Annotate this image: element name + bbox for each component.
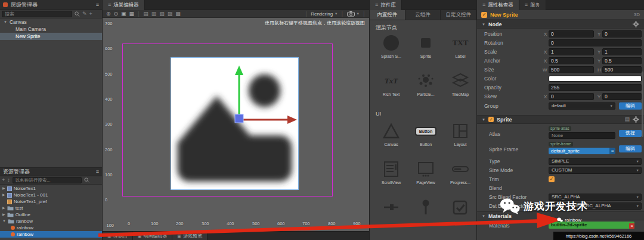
atlas-value-field[interactable]: None (549, 132, 615, 139)
sprite-frame-edit-button[interactable]: 编辑 (619, 145, 642, 152)
position-y-input[interactable] (602, 30, 642, 38)
inspector-scrollbar[interactable] (642, 71, 643, 137)
tab-custom-controls[interactable]: 自定义控件 (441, 10, 476, 20)
caret-right-icon[interactable]: ▶ (2, 205, 5, 211)
anchor-x-input[interactable] (549, 57, 594, 64)
zoom-in-icon[interactable]: ⊕ (106, 11, 111, 17)
edit-node-icon[interactable]: ✎ (82, 11, 87, 17)
library-tab[interactable]: ≡ 控件库 (370, 0, 402, 10)
hierarchy-item-main-camera[interactable]: Main Camera (0, 26, 102, 33)
scene-tab[interactable]: ≡ 场景编辑器 (103, 0, 145, 10)
scale-x-input[interactable] (549, 48, 594, 55)
align-right-icon[interactable]: ▧ (159, 11, 165, 17)
caret-down-icon[interactable]: ▼ (482, 23, 485, 26)
tab-console[interactable]: ▣ 控制台 (103, 232, 133, 240)
gear-icon[interactable] (633, 21, 639, 27)
dst-blend-dropdown[interactable]: ONE_MINUS_SRC_ALPHA ▼ (549, 202, 642, 210)
scene-viewport[interactable]: 使用鼠标右键平移视图焦点，使用滚轮缩放视图 700 600 500 400 30… (103, 18, 370, 231)
camera-dropdown[interactable]: ▼ (347, 11, 360, 17)
component-menu-icon[interactable]: ▤ (624, 117, 630, 122)
rendering-dropdown[interactable]: Rendering ▼ (311, 11, 338, 17)
library-item-button[interactable]: Button Button (409, 120, 442, 147)
library-item-richtext[interactable]: TxT Rich Text (374, 70, 408, 96)
caret-down-icon[interactable]: ▼ (4, 18, 7, 26)
size-w-input[interactable] (549, 66, 594, 73)
grid-toggle-icon[interactable]: ▦ (129, 11, 135, 17)
asset-item-noisetex1-pref[interactable]: NoiseTex1_pref (0, 198, 102, 205)
align-bottom-icon[interactable]: ▩ (175, 11, 181, 17)
materials-clear-icon[interactable]: × (629, 223, 634, 229)
skew-x-input[interactable] (549, 93, 594, 100)
asset-item-test-folder[interactable]: ▶ test (0, 205, 102, 211)
library-item-canvas[interactable]: Canvas (374, 120, 408, 147)
inspector-tab[interactable]: ≡ 属性检查器 (477, 0, 519, 10)
mode-3d-toggle[interactable]: 3D (634, 12, 640, 17)
hierarchy-item-canvas[interactable]: ▼ Canvas (0, 18, 102, 26)
size-mode-dropdown[interactable]: CUSTOM ▼ (549, 167, 642, 174)
caret-down-icon[interactable]: ▼ (482, 118, 485, 121)
asset-item-noisetex1[interactable]: ▶ NoiseTex1 (0, 185, 102, 192)
hierarchy-item-new-sprite[interactable]: New Sprite (0, 33, 102, 40)
sprite-frame-value-field[interactable]: default_sprite (549, 148, 609, 154)
search-icon[interactable] (75, 11, 80, 17)
atlas-select-button[interactable]: 选择 (619, 130, 642, 137)
group-edit-button[interactable]: 编辑 (619, 102, 642, 110)
node-active-checkbox[interactable]: ✓ (481, 12, 487, 18)
color-swatch[interactable] (549, 76, 642, 82)
library-item-particle[interactable]: Particle... (409, 70, 442, 96)
library-item-layout[interactable]: Layout (444, 120, 477, 147)
materials-section-header[interactable]: ▼ Materials (477, 211, 644, 220)
align-center-icon[interactable]: ▥ (151, 11, 157, 17)
tab-builtin-controls[interactable]: 内置控件 (370, 10, 405, 20)
caret-right-icon[interactable]: ▶ (2, 192, 5, 198)
rotation-input[interactable] (549, 39, 642, 46)
caret-down-icon[interactable]: ▼ (2, 218, 6, 225)
hierarchy-menu-icon[interactable]: ≡ (96, 2, 99, 8)
zoom-out-icon[interactable]: ⊖ (114, 11, 119, 17)
size-h-input[interactable] (602, 66, 642, 73)
asset-item-rainbow-folder[interactable]: ▼ rainbow (0, 218, 102, 225)
move-gizmo[interactable] (103, 18, 370, 231)
services-tab[interactable]: ≡ 服务 (519, 0, 546, 10)
tab-cloud-components[interactable]: 云组件 (405, 10, 441, 20)
library-item-checkbox[interactable] (444, 197, 477, 218)
add-asset-icon[interactable]: + (2, 177, 5, 183)
align-top-icon[interactable]: ▨ (168, 11, 173, 17)
library-item-sprite[interactable]: Sprite (409, 32, 442, 58)
opacity-input[interactable] (549, 84, 642, 91)
library-item-splash[interactable]: Splash S... (374, 32, 408, 58)
caret-down-icon[interactable]: ▼ (482, 214, 485, 218)
align-left-icon[interactable]: ▤ (143, 11, 148, 17)
library-item-pageview[interactable]: PageView (409, 158, 442, 185)
sprite-frame-clear-icon[interactable]: × (609, 148, 615, 154)
zoom-reset-icon[interactable]: ▣ (121, 11, 126, 17)
assets-search-input[interactable] (13, 177, 82, 183)
sprite-section-header[interactable]: ▼ ✓ Sprite ▤ (477, 115, 644, 124)
search-icon[interactable] (84, 177, 89, 183)
library-item-progress[interactable]: Progress... (444, 158, 477, 185)
asset-item-noisetex1-001[interactable]: ▶ NoiseTex1 - 001 (0, 192, 102, 198)
skew-y-input[interactable] (602, 93, 642, 100)
sprite-enabled-checkbox[interactable]: ✓ (488, 117, 494, 122)
gear-icon[interactable] (633, 116, 639, 123)
library-item-toggle[interactable] (409, 197, 442, 218)
library-item-slider[interactable] (374, 197, 408, 218)
assets-menu-icon[interactable]: ≡ (96, 169, 99, 174)
add-node-icon[interactable]: + (89, 11, 92, 17)
materials-value-field[interactable]: builtin-2d-sprite (549, 222, 634, 229)
node-section-header[interactable]: ▼ Node (477, 20, 644, 29)
library-item-scrollview[interactable]: ScrollView (374, 158, 408, 185)
anchor-y-input[interactable] (602, 57, 642, 64)
tab-animation-editor[interactable]: ▣ 动画编辑器 (133, 232, 173, 240)
asset-item-rainbow-material[interactable]: rainbow (0, 231, 102, 238)
caret-right-icon[interactable]: ▶ (2, 211, 5, 218)
group-dropdown[interactable]: default ▼ (549, 102, 615, 110)
library-item-tiledmap[interactable]: TiledMap (444, 70, 477, 96)
asset-item-rainbow-effect[interactable]: rainbow (0, 225, 102, 231)
position-x-input[interactable] (549, 30, 594, 38)
caret-right-icon[interactable]: ▶ (2, 185, 5, 192)
type-dropdown[interactable]: SIMPLE ▼ (549, 158, 642, 165)
asset-item-outline-folder[interactable]: ▶ Outline (0, 211, 102, 218)
src-blend-dropdown[interactable]: SRC_ALPHA ▼ (549, 194, 642, 201)
trim-checkbox[interactable]: ✓ (549, 176, 555, 182)
